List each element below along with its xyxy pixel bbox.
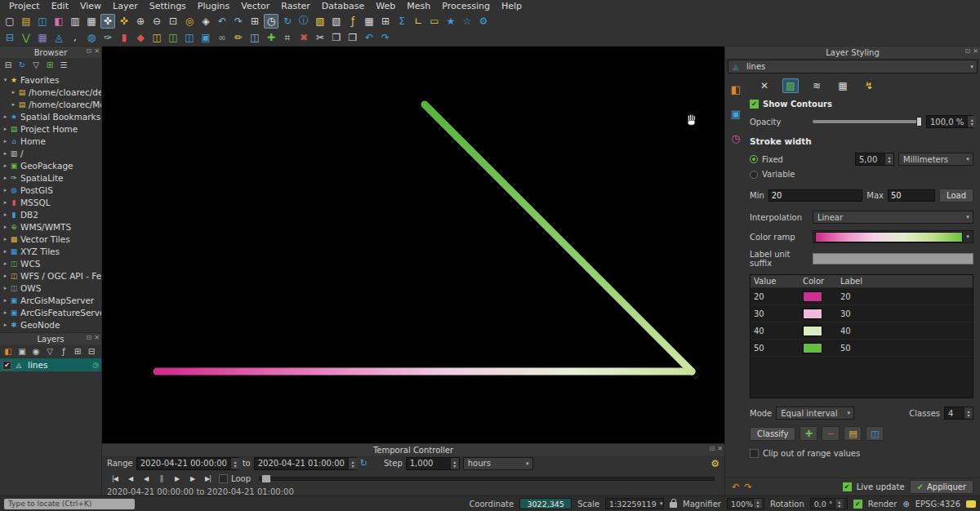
load-classes-button[interactable]: ▤ (844, 426, 862, 441)
spinner-arrows-icon[interactable] (967, 116, 976, 127)
class-label[interactable]: 50 (837, 342, 973, 354)
filter-legend-icon[interactable]: ▽ (44, 346, 56, 358)
general-settings-tab[interactable]: ✕ (756, 78, 773, 93)
skip-end-button[interactable]: ▶| (200, 473, 216, 485)
expand-arrow-icon[interactable]: ▸ (2, 113, 9, 120)
spinner-arrows-icon[interactable] (964, 407, 973, 419)
identify-icon[interactable]: ⓘ (296, 14, 311, 29)
browser-item-mssql[interactable]: ▸ ▮ MSSQL (0, 196, 101, 208)
averaging-tab[interactable]: ↯ (861, 78, 877, 93)
show-contours-checkbox[interactable] (750, 100, 759, 109)
menu-item[interactable]: Mesh (401, 1, 436, 11)
spinner-arrows-icon[interactable] (230, 458, 239, 469)
style-manager-icon[interactable]: ◧ (51, 14, 66, 29)
class-label[interactable]: 30 (837, 308, 973, 320)
save-classes-button[interactable]: ◫ (866, 426, 884, 441)
crs-label[interactable]: EPSG:4326 (915, 500, 960, 509)
pan-to-selection-icon[interactable]: ✜ (117, 14, 131, 29)
opacity-slider-handle[interactable] (916, 117, 922, 127)
layout-manager-icon[interactable]: ▦ (84, 14, 99, 29)
spinner-arrows-icon[interactable] (835, 499, 844, 509)
browser-item-arcgis-feature-server[interactable]: ▸ ▣ ArcGisFeatureServer (0, 306, 101, 318)
zoom-to-selection-icon[interactable]: ◎ (182, 14, 197, 29)
3d-view-tab[interactable]: ▣ (728, 106, 743, 121)
delete-selected-icon[interactable]: ✖ (296, 30, 311, 45)
data-source-manager-icon[interactable]: ⊟ (2, 30, 17, 45)
add-postgis-layer-icon[interactable]: ◍ (84, 30, 99, 45)
pause-button[interactable]: || (154, 473, 169, 485)
range-start-input[interactable]: 2020-04-21 00:00:00 (136, 457, 239, 470)
browser-item-db2[interactable]: ▸ ▮ DB2 (0, 208, 101, 220)
close-icon[interactable] (94, 335, 100, 341)
paste-features-icon[interactable]: ❒ (345, 30, 360, 45)
refresh-range-icon[interactable]: ↻ (360, 458, 368, 469)
expand-arrow-icon[interactable]: ▸ (2, 126, 9, 132)
zoom-to-layer-icon[interactable]: ◈ (198, 14, 213, 29)
class-value[interactable]: 20 (751, 291, 800, 303)
opacity-slider[interactable] (813, 120, 922, 123)
cut-features-icon[interactable]: ✂ (313, 30, 327, 45)
project-open-icon[interactable]: ▤ (19, 14, 33, 29)
menu-item[interactable]: Processing (436, 1, 496, 11)
class-value[interactable]: 40 (751, 325, 800, 337)
attribute-table-icon[interactable]: ▦ (362, 14, 376, 29)
pan-map-icon[interactable]: ✜ (100, 14, 115, 29)
class-color-swatch[interactable] (803, 309, 822, 319)
undo-icon[interactable]: ↶ (362, 30, 376, 45)
layer-row-lines[interactable]: ◬ lines ◷ (0, 358, 101, 371)
menu-item[interactable]: Raster (275, 1, 315, 11)
class-value[interactable]: 30 (751, 308, 800, 320)
expand-arrow-icon[interactable]: ▸ (2, 260, 9, 267)
browser-item-xyz-tiles[interactable]: ▸ ▦ XYZ Tiles (0, 245, 101, 257)
class-row[interactable]: 50 50 (751, 340, 973, 357)
step-unit-combo[interactable]: hours (463, 457, 533, 470)
remove-class-button[interactable]: − (822, 426, 840, 441)
collapse-all-icon[interactable]: ⊟ (2, 60, 14, 71)
dock-icon[interactable] (710, 446, 715, 452)
play-backward-button[interactable]: ◀ (138, 473, 154, 485)
filter-expression-icon[interactable]: ƒ (58, 346, 69, 358)
browser-item-project-home[interactable]: ▸ ▤ Project Home (0, 122, 101, 135)
browser-item-wfs[interactable]: ▸ ◫ WFS / OGC API - Feat... (0, 269, 101, 282)
temporal-slider-handle[interactable] (261, 474, 271, 483)
expand-arrow-icon[interactable]: ▸ (2, 175, 9, 181)
expand-arrow-icon[interactable]: ▸ (2, 138, 9, 144)
project-save-icon[interactable]: ◫ (35, 14, 50, 29)
class-label[interactable]: 40 (837, 325, 973, 337)
save-edits-icon[interactable]: ◫ (247, 30, 262, 45)
add-mesh-layer-icon[interactable]: ◬ (51, 30, 66, 45)
browser-item-favorites[interactable]: ▾ ★ Favorites (0, 73, 101, 86)
expand-arrow-icon[interactable]: ▸ (2, 297, 9, 304)
new-bookmark-icon[interactable]: ★ (443, 14, 458, 29)
field-calculator-icon[interactable]: ⊞ (378, 14, 393, 29)
coordinate-input[interactable]: 3022,345 (519, 498, 572, 509)
play-forward-button[interactable]: ▶ (169, 473, 185, 485)
mode-combo[interactable]: Equal interval (776, 407, 854, 420)
expand-arrow-icon[interactable]: ▸ (2, 199, 9, 206)
min-input[interactable] (768, 189, 863, 202)
add-class-button[interactable]: ✚ (800, 426, 817, 441)
expand-arrow-icon[interactable]: ▸ (2, 150, 9, 157)
close-icon[interactable] (94, 48, 100, 55)
copy-features-icon[interactable]: ❐ (329, 30, 344, 45)
expand-arrow-icon[interactable]: ▸ (2, 224, 9, 230)
dock-icon[interactable] (87, 335, 92, 341)
menu-item[interactable]: Help (496, 1, 528, 11)
browser-item-postgis[interactable]: ▸ ◍ PostGIS (0, 184, 101, 196)
browser-item-arcgis-map-server[interactable]: ▸ ▣ ArcGisMapServer (0, 294, 101, 306)
history-tab[interactable]: ◷ (728, 131, 743, 145)
rotation-input[interactable]: 0,0 ° (810, 498, 848, 509)
vectors-tab[interactable]: ≋ (808, 78, 825, 93)
new-layout-icon[interactable]: ▥ (68, 14, 82, 29)
stroke-unit-combo[interactable]: Millimeters (898, 153, 973, 166)
spinner-arrows-icon[interactable] (348, 458, 357, 469)
expand-arrow-icon[interactable]: ▸ (2, 187, 9, 193)
menu-item[interactable]: Plugins (192, 1, 235, 11)
expand-all-icon[interactable]: ⊞ (72, 346, 83, 358)
expand-arrow-icon[interactable]: ▸ (2, 322, 9, 328)
loop-checkbox[interactable] (219, 474, 228, 483)
scale-lock-icon[interactable] (670, 502, 677, 508)
vertex-tool-icon[interactable]: ⌗ (280, 30, 295, 45)
measure-icon[interactable]: ∟ (411, 14, 425, 29)
refresh-browser-icon[interactable]: ↻ (16, 60, 28, 71)
